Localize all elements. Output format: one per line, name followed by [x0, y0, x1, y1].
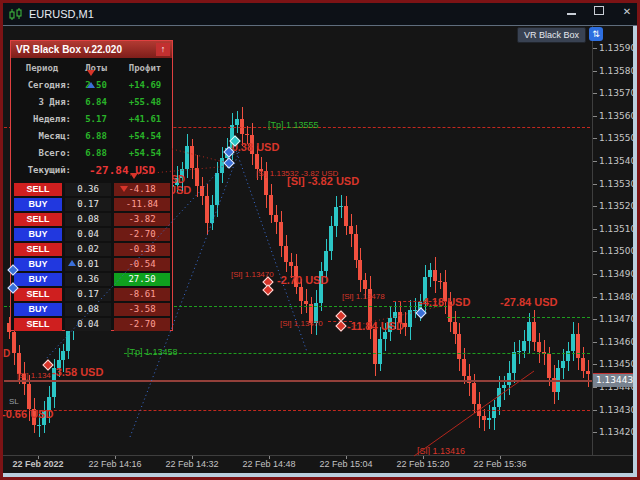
candle [571, 334, 575, 351]
price-axis-label: 1.13540 [599, 156, 636, 166]
sell-button[interactable]: SELL [14, 318, 62, 331]
buy-button[interactable]: BUY [14, 258, 62, 271]
stats-lots-value: 6.88 [73, 145, 119, 162]
order-lots-value: 0.08 [65, 213, 111, 226]
stats-current-label: Текущий: [11, 162, 73, 179]
price-axis-label: 1.13560 [599, 111, 636, 121]
candle [329, 226, 333, 251]
stats-profit-value: +55.48 [119, 94, 171, 111]
candle [433, 270, 437, 281]
candle [200, 186, 204, 196]
stats-header-cell: Лоты [73, 60, 119, 77]
candlestick-icon [8, 8, 24, 21]
chart-annotation-label: -0.66 USD [2, 408, 53, 420]
price-tick [593, 161, 597, 162]
candle [373, 329, 377, 364]
sell-button[interactable]: SELL [14, 288, 62, 301]
candle [502, 385, 506, 388]
panel-header[interactable]: VR Black Box v.22.020 ↑ [11, 41, 172, 58]
chart-annotation-label: [Sl] 1.13478 [342, 292, 385, 301]
price-tick [593, 229, 597, 230]
price-axis-label: 1.13420 [599, 427, 636, 437]
order-row: BUY0.04-2.70 [14, 228, 171, 241]
price-axis-label: 1.13460 [599, 337, 636, 347]
price-axis-label: 1.13570 [599, 88, 636, 98]
maximize-button[interactable] [592, 6, 606, 17]
candle [507, 373, 511, 385]
stats-lots-value: 5.17 [73, 111, 119, 128]
candle [576, 334, 580, 358]
candle [299, 287, 303, 301]
window-edge-right [633, 25, 637, 477]
panel-title: VR Black Box v.22.020 [16, 44, 122, 55]
candle [190, 146, 194, 168]
order-profit-value: -2.70 [114, 228, 170, 241]
buy-button[interactable]: BUY [14, 273, 62, 286]
price-tick [593, 93, 597, 94]
chart-annotation-label: [Sl] -3.82 USD [287, 175, 359, 187]
candle [210, 205, 214, 223]
order-row: SELL0.17-8.61 [14, 288, 171, 301]
chart-annotation-label: SL [9, 397, 19, 406]
time-axis-label: 22 Feb 15:36 [473, 459, 526, 469]
candle [37, 425, 41, 426]
chart-annotation-label: -4.18 USD [419, 296, 470, 308]
buy-button[interactable]: BUY [14, 228, 62, 241]
stats-lots-value: 6.84 [73, 94, 119, 111]
chart-annotation-label: [Sl] 1.134 [17, 371, 51, 380]
buy-button[interactable]: BUY [14, 198, 62, 211]
price-tick [593, 410, 597, 411]
order-row: BUY0.3627.50 [14, 273, 171, 286]
candle [205, 196, 209, 223]
price-tick [593, 206, 597, 207]
price-axis-label: 1.13430 [599, 405, 636, 415]
candle [512, 352, 516, 373]
candle-wick [484, 409, 485, 431]
stats-row: Неделя:5.17+41.61 [11, 111, 172, 128]
vr-logo-icon[interactable]: ⇅ [589, 27, 603, 41]
stats-current-row: Текущий:-27.84 USD [11, 162, 172, 179]
order-lots-value: 0.36 [65, 183, 111, 196]
sell-button[interactable]: SELL [14, 243, 62, 256]
order-row: SELL0.08-3.82 [14, 213, 171, 226]
window-titlebar[interactable]: EURUSD,M1 [3, 3, 637, 26]
order-row: SELL0.36-4.18 [14, 183, 171, 196]
candle [393, 312, 397, 318]
stats-period-label: 3 Дня: [11, 94, 73, 111]
candle [363, 280, 367, 289]
candle [289, 262, 293, 266]
buy-button[interactable]: BUY [14, 303, 62, 316]
price-tick [593, 387, 597, 388]
candle [245, 134, 249, 135]
candle [27, 384, 31, 409]
collapse-button[interactable]: ↑ [156, 43, 170, 56]
minimize-button[interactable] [564, 6, 578, 17]
mt-chart-window: EURUSD,M1 ✕ VR Black Box ⇅ [Tp] 1.13555S… [0, 0, 640, 480]
candle [334, 207, 338, 226]
order-profit-value: -8.61 [114, 288, 170, 301]
chart-annotation-label: [Tp] 1.13458 [127, 347, 178, 357]
stats-period-label: Сегодня: [11, 77, 73, 94]
time-axis-label: 22 Feb 2022 [12, 459, 63, 469]
price-tick [593, 342, 597, 343]
order-row: BUY0.08-3.58 [14, 303, 171, 316]
candle [284, 246, 288, 262]
order-lots-value: 0.04 [65, 228, 111, 241]
sell-button[interactable]: SELL [14, 183, 62, 196]
candle [339, 206, 343, 207]
price-axis-label: 1.13530 [599, 179, 636, 189]
order-profit-value: -3.58 [114, 303, 170, 316]
sell-button[interactable]: SELL [14, 213, 62, 226]
time-axis-label: 22 Feb 15:20 [396, 459, 449, 469]
stats-profit-value: +14.69 [119, 77, 171, 94]
close-button[interactable]: ✕ [620, 6, 634, 17]
candle [235, 119, 239, 125]
time-axis-label: 22 Feb 14:16 [88, 459, 141, 469]
candle [220, 158, 224, 173]
stats-header-cell: Профит [119, 60, 171, 77]
candle [581, 358, 585, 371]
order-row: SELL0.02-0.38 [14, 243, 171, 256]
candle [428, 270, 432, 277]
axis-separator-horizontal [3, 455, 633, 456]
vr-black-box-chip[interactable]: VR Black Box [517, 27, 586, 43]
